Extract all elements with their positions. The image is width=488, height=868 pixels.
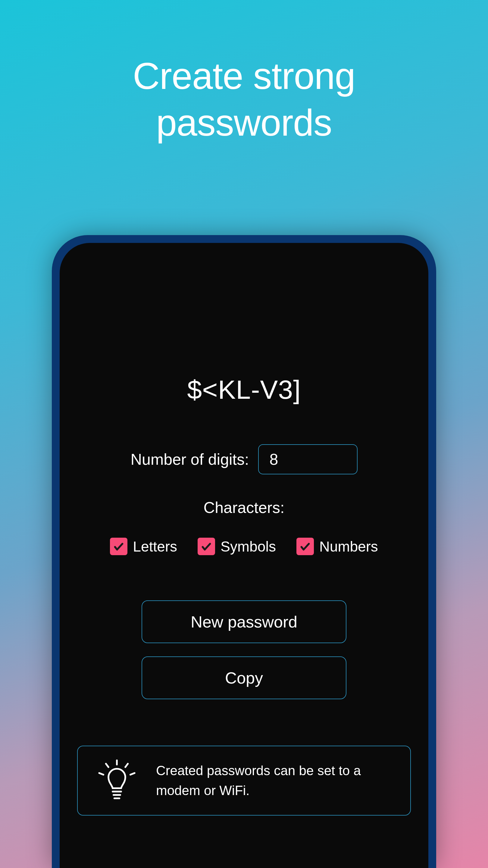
checkbox-numbers[interactable] bbox=[296, 538, 314, 555]
new-password-button[interactable]: New password bbox=[141, 600, 347, 643]
checkbox-label-letters: Letters bbox=[133, 538, 177, 555]
page-title: Create strong passwords bbox=[0, 0, 488, 146]
digits-input[interactable] bbox=[258, 444, 358, 474]
digits-label: Number of digits: bbox=[130, 450, 249, 468]
button-container: New password Copy bbox=[75, 600, 413, 699]
copy-button[interactable]: Copy bbox=[141, 656, 347, 699]
page-title-line2: passwords bbox=[0, 99, 488, 146]
svg-line-4 bbox=[130, 773, 135, 775]
checkbox-row: Letters Symbols Numbers bbox=[75, 538, 413, 555]
checkbox-letters[interactable] bbox=[110, 538, 127, 555]
checkbox-group-numbers: Numbers bbox=[296, 538, 378, 555]
checkbox-group-letters: Letters bbox=[110, 538, 177, 555]
generated-password: $<KL-V3] bbox=[75, 374, 413, 405]
svg-line-1 bbox=[106, 764, 108, 767]
digits-row: Number of digits: bbox=[75, 444, 413, 474]
check-icon bbox=[299, 540, 312, 553]
checkbox-symbols[interactable] bbox=[198, 538, 215, 555]
lightbulb-icon bbox=[96, 760, 138, 802]
characters-label: Characters: bbox=[75, 498, 413, 517]
checkbox-label-symbols: Symbols bbox=[221, 538, 276, 555]
svg-line-2 bbox=[125, 764, 128, 767]
check-icon bbox=[112, 540, 125, 553]
checkbox-label-numbers: Numbers bbox=[319, 538, 378, 555]
checkbox-group-symbols: Symbols bbox=[198, 538, 276, 555]
svg-line-3 bbox=[99, 773, 103, 775]
check-icon bbox=[200, 540, 213, 553]
page-title-line1: Create strong bbox=[0, 53, 488, 99]
info-box: Created passwords can be set to a modem … bbox=[77, 746, 411, 815]
phone-frame: $<KL-V3] Number of digits: Characters: L… bbox=[52, 235, 436, 868]
phone-screen: $<KL-V3] Number of digits: Characters: L… bbox=[60, 243, 428, 868]
info-text: Created passwords can be set to a modem … bbox=[156, 761, 392, 801]
